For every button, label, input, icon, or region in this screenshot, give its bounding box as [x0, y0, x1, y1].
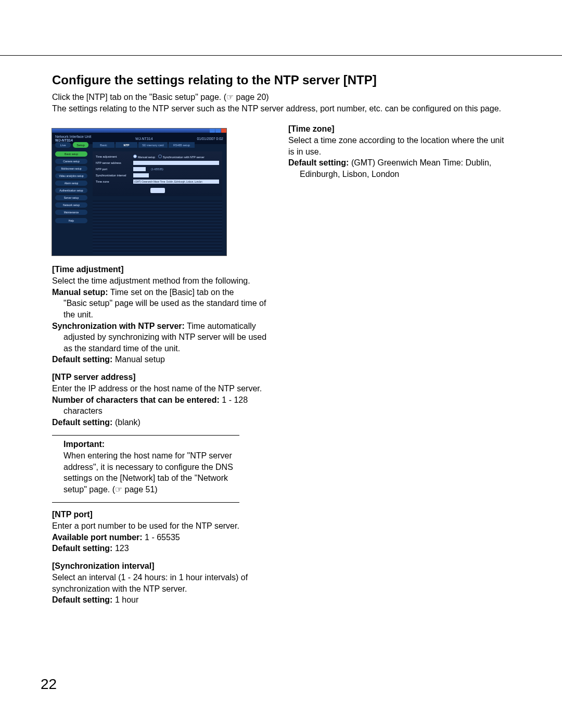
timestamp: 01/01/2007 0:02 [197, 137, 223, 141]
num-indent: characters [52, 405, 274, 417]
body-sync-interval: Select an interval (1 - 24 hours: in 1 h… [52, 572, 274, 594]
sidebar-item-camera[interactable]: Camera setup [55, 159, 87, 164]
title-sync-interval: [Synchronization interval] [52, 561, 274, 571]
intro-line1: Click the [NTP] tab on the "Basic setup"… [52, 93, 269, 101]
avail-port: Available port number: 1 - 65535 [52, 532, 274, 543]
title-timezone: [Time zone] [288, 124, 510, 134]
screenshot-blank-area [93, 200, 222, 253]
num-rest: 1 - 128 [220, 395, 248, 404]
left-column: Network Interface Unit WJ-NT314 WJ-NT314… [52, 124, 274, 606]
radio-manual[interactable] [133, 155, 137, 158]
manual-setup-indent: "Basic setup" page will be used as the s… [52, 298, 274, 320]
ntp-form: Time adjustment Manual setup Synchroniza… [93, 151, 222, 196]
sidebar-item-maintenance[interactable]: Maintenance [55, 210, 87, 215]
close-icon [221, 129, 226, 133]
sync-lead: Synchronization with NTP server: [52, 322, 185, 330]
sidebar-item-multiscreen[interactable]: Multiscreen setup [55, 166, 87, 171]
avail-lead: Available port number: [52, 533, 143, 542]
label-time-adjustment: Time adjustment [96, 155, 133, 158]
label-ntp-address: NTP server address [96, 161, 133, 164]
title-time-adjustment: [Time adjustment] [52, 265, 274, 274]
default-sync-interval: Default setting: 1 hour [52, 594, 274, 606]
def-lead-3: Default setting: [52, 544, 112, 553]
important-rule-bottom [52, 502, 239, 503]
port-range: (1-65535) [151, 168, 163, 171]
def-lead-4: Default setting: [52, 595, 112, 604]
radio-sync[interactable] [158, 155, 162, 158]
def-lead-tz: Default setting: [288, 158, 349, 167]
maximize-icon [215, 129, 221, 133]
settings-screenshot: Network Interface Unit WJ-NT314 WJ-NT314… [52, 129, 226, 256]
def-rest-tz: (GMT) Greenwich Mean Time: Dublin, [349, 158, 491, 167]
radio-sync-label: Synchronization with NTP server [163, 156, 205, 159]
page-heading: Configure the settings relating to the N… [52, 73, 510, 87]
tab-basic[interactable]: Basic [93, 142, 114, 148]
def-rest-2: (blank) [112, 418, 140, 427]
important-title: Important: [63, 440, 105, 449]
set-button[interactable] [150, 188, 165, 193]
tab-rs485[interactable]: RS485 setup [169, 142, 195, 148]
avail-rest: 1 - 65535 [143, 533, 180, 542]
sync-rest: Time automatically [185, 322, 256, 330]
top-rule [0, 55, 562, 56]
important-note: Important: When entering the host name f… [63, 439, 239, 495]
live-button[interactable]: Live [55, 142, 71, 148]
num-chars: Number of characters that can be entered… [52, 394, 274, 417]
label-ntp-port: NTP port [96, 168, 133, 171]
ntp-address-input[interactable] [133, 161, 219, 165]
important-body: When entering the host name for "NTP ser… [63, 451, 233, 494]
intro: Click the [NTP] tab on the "Basic setup"… [52, 92, 510, 114]
body-ntp-address: Enter the IP address or the host name of… [52, 383, 274, 394]
window-buttons [209, 129, 226, 133]
default-time-adjustment: Default setting: Manual setup [52, 354, 274, 365]
ntp-port-input[interactable] [133, 167, 146, 171]
manual-setup: Manual setup: Time set on the [Basic] ta… [52, 287, 274, 321]
manual-setup-lead: Manual setup: [52, 288, 108, 297]
title-ntp-port: [NTP port] [52, 510, 274, 519]
model-label: WJ-NT314 [55, 138, 73, 142]
tab-ntp[interactable]: NTP [116, 142, 137, 148]
def-lead-1: Default setting: [52, 355, 112, 364]
def-rest-3: 123 [112, 544, 129, 553]
sidebar-item-server[interactable]: Server setup [55, 195, 87, 200]
tab-bar: Basic NTP SD memory card RS485 setup [93, 142, 196, 148]
sidebar: Basic setup Camera setup Multiscreen set… [55, 151, 87, 225]
minimize-icon [210, 129, 215, 133]
body-time-adjustment: Select the time adjustment method from t… [52, 275, 274, 287]
default-timezone: Default setting: (GMT) Greenwich Mean Ti… [288, 157, 510, 180]
def-rest-4: 1 hour [112, 595, 138, 604]
page-content: Configure the settings relating to the N… [52, 73, 510, 606]
sidebar-item-help[interactable]: Help [55, 218, 87, 223]
sync-interval-select[interactable] [133, 173, 149, 177]
sync-ntp: Synchronization with NTP server: Time au… [52, 321, 274, 354]
sidebar-item-network[interactable]: Network setup [55, 202, 87, 208]
sync-indent: adjusted by synchronizing with NTP serve… [52, 331, 274, 354]
default-ntp-port: Default setting: 123 [52, 543, 274, 554]
body-ntp-port: Enter a port number to be used for the N… [52, 520, 274, 532]
def-rest-1: Manual setup [112, 355, 165, 364]
default-ntp-address: Default setting: (blank) [52, 417, 274, 428]
timezone-select[interactable]: (GMT) Greenwich Mean Time: Dublin, Edinb… [133, 180, 219, 184]
radio-manual-label: Manual setup [138, 156, 155, 159]
right-column: [Time zone] Select a time zone according… [288, 124, 510, 606]
body-timezone: Select a time zone according to the loca… [288, 135, 510, 157]
sidebar-item-alarm[interactable]: Alarm setup [55, 181, 87, 186]
sidebar-item-analytics[interactable]: Video analytics setup [55, 173, 87, 178]
setup-button[interactable]: Setup [73, 142, 88, 148]
manual-setup-rest: Time set on the [Basic] tab on the [108, 288, 234, 297]
hdr-small: Network Interface Unit [55, 135, 91, 138]
label-timezone: Time zone [96, 180, 133, 183]
page-number: 22 [41, 676, 57, 693]
window-titlebar [52, 129, 226, 133]
sidebar-item-basic[interactable]: Basic setup [55, 151, 87, 157]
tab-sd[interactable]: SD memory card [138, 142, 168, 148]
sidebar-item-auth[interactable]: Authentication setup [55, 188, 87, 193]
model-center: WJ-NT314 [135, 137, 152, 141]
label-sync-interval: Synchronization interval [96, 174, 133, 177]
intro-line2: The settings relating to the NTP server … [52, 104, 501, 113]
num-lead: Number of characters that can be entered… [52, 395, 220, 404]
def-indent-tz: Edinburgh, Lisbon, London [288, 169, 510, 180]
title-ntp-address: [NTP server address] [52, 373, 274, 382]
important-rule-top [52, 435, 239, 436]
def-lead-2: Default setting: [52, 418, 112, 427]
